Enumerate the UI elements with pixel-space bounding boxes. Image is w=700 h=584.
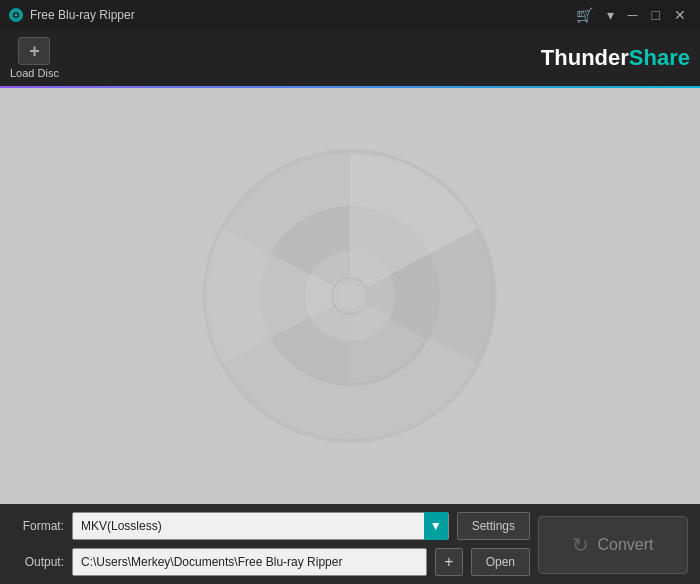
convert-button-container: ↻ Convert (538, 516, 688, 574)
convert-icon: ↻ (572, 533, 589, 557)
format-value: MKV(Lossless) (81, 519, 424, 533)
output-path-value: C:\Users\Merkey\Documents\Free Blu-ray R… (81, 555, 342, 569)
main-content-area (0, 88, 700, 504)
add-output-button[interactable]: + (435, 548, 462, 576)
title-bar: Free Blu-ray Ripper 🛒 ▾ ─ □ ✕ (0, 0, 700, 30)
app-title: Free Blu-ray Ripper (30, 8, 135, 22)
title-left: Free Blu-ray Ripper (8, 7, 135, 23)
svg-point-9 (338, 284, 362, 308)
toolbar: + Load Disc ThunderShare (0, 30, 700, 88)
minimize-button[interactable]: ─ (622, 6, 644, 24)
disc-placeholder-icon (200, 146, 500, 446)
settings-button[interactable]: Settings (457, 512, 530, 540)
output-path: C:\Users\Merkey\Documents\Free Blu-ray R… (72, 548, 427, 576)
load-disc-button[interactable]: + Load Disc (10, 37, 59, 79)
restore-button[interactable]: □ (646, 6, 666, 24)
close-button[interactable]: ✕ (668, 6, 692, 24)
svg-point-2 (15, 14, 18, 17)
cart-button[interactable]: 🛒 (570, 6, 599, 24)
brand-share: Share (629, 45, 690, 70)
brand-thunder: Thunder (541, 45, 629, 70)
convert-label: Convert (597, 536, 653, 554)
convert-button[interactable]: ↻ Convert (538, 516, 688, 574)
load-disc-label: Load Disc (10, 67, 59, 79)
app-icon (8, 7, 24, 23)
output-label: Output: (12, 555, 64, 569)
format-label: Format: (12, 519, 64, 533)
format-dropdown[interactable]: MKV(Lossless) ▼ (72, 512, 449, 540)
bottom-panel: Format: MKV(Lossless) ▼ Settings Output:… (0, 504, 700, 584)
title-controls: 🛒 ▾ ─ □ ✕ (570, 6, 692, 24)
load-disc-icon: + (18, 37, 50, 65)
dropdown-arrow[interactable]: ▼ (424, 512, 448, 540)
brand-logo: ThunderShare (541, 45, 690, 71)
menu-button[interactable]: ▾ (601, 6, 620, 24)
open-button[interactable]: Open (471, 548, 530, 576)
